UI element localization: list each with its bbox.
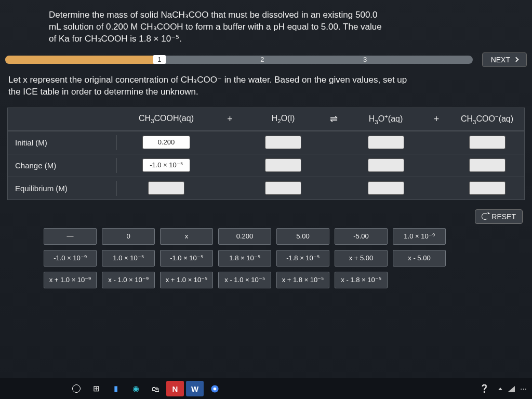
answer-tiles: — 0 x 0.200 5.00 -5.00 1.0 × 10⁻⁹ -1.0 ×… bbox=[2, 227, 530, 288]
slot-initial-base[interactable] bbox=[469, 136, 506, 149]
header-op-equil: ⇌ bbox=[322, 113, 345, 125]
reset-button-label: RESET bbox=[491, 212, 516, 221]
tile-xm1_8e5[interactable]: x - 1.8 × 10⁻⁵ bbox=[335, 272, 388, 288]
tile-0[interactable]: 0 bbox=[102, 228, 155, 245]
slot-change-h3o[interactable] bbox=[368, 158, 404, 172]
slot-eq-water[interactable] bbox=[265, 181, 301, 195]
tile-xp1e5[interactable]: x + 1.0 × 10⁻⁵ bbox=[160, 272, 213, 288]
tile-m1e5[interactable]: -1.0 × 10⁻⁵ bbox=[160, 250, 213, 267]
tile-xm1e9[interactable]: x - 1.0 × 10⁻⁹ bbox=[102, 272, 155, 288]
tray-caret-icon[interactable] bbox=[498, 388, 502, 390]
row-label-initial: Initial (M) bbox=[8, 135, 117, 150]
tile-xp1_8e5[interactable]: x + 1.8 × 10⁻⁵ bbox=[276, 272, 329, 288]
reset-button[interactable]: RESET bbox=[475, 209, 523, 224]
header-op-plus-2: + bbox=[426, 114, 447, 125]
tile-1e5[interactable]: 1.0 × 10⁻⁵ bbox=[102, 250, 155, 267]
step-1-label[interactable]: 1 bbox=[153, 55, 166, 64]
header-species-2: H2O(l) bbox=[244, 114, 322, 124]
windows-taskbar: ⊞ ▮ ◉ 🛍 N W ❔ ⋯ bbox=[0, 378, 532, 399]
ice-row-initial: Initial (M) 0.200 bbox=[8, 131, 524, 154]
svg-point-1 bbox=[213, 387, 216, 390]
tile-1_8e5[interactable]: 1.8 × 10⁻⁵ bbox=[218, 250, 271, 267]
reset-icon bbox=[482, 213, 488, 220]
row-label-change: Change (M) bbox=[8, 158, 117, 173]
ice-table: CH3COOH(aq) + H2O(l) ⇌ H3O+(aq) + CH3COO… bbox=[7, 108, 525, 200]
chrome-icon[interactable] bbox=[206, 381, 223, 396]
step-2-label[interactable]: 2 bbox=[260, 56, 264, 63]
tile-xm5[interactable]: x - 5.00 bbox=[393, 250, 446, 267]
tile-xm1e5[interactable]: x - 1.0 × 10⁻⁵ bbox=[218, 272, 271, 288]
header-species-3: H3O+(aq) bbox=[345, 113, 426, 125]
tile-dash[interactable]: — bbox=[44, 228, 97, 245]
progress-track: 1 2 3 bbox=[5, 56, 473, 64]
slot-eq-acid[interactable] bbox=[148, 181, 184, 195]
header-species-1: CH3COOH(aq) bbox=[117, 114, 216, 124]
tile-1e9[interactable]: 1.0 × 10⁻⁹ bbox=[393, 228, 446, 245]
tile-xp1e9[interactable]: x + 1.0 × 10⁻⁹ bbox=[44, 272, 97, 288]
tray-more-icon[interactable]: ⋯ bbox=[520, 385, 527, 393]
slot-initial-acid[interactable]: 0.200 bbox=[142, 136, 190, 149]
tile-0_200[interactable]: 0.200 bbox=[218, 228, 271, 245]
tile-m5_00[interactable]: -5.00 bbox=[335, 228, 388, 245]
slot-change-acid[interactable]: -1.0 × 10⁻⁵ bbox=[142, 158, 190, 172]
ice-row-change: Change (M) -1.0 × 10⁻⁵ bbox=[8, 154, 524, 177]
help-icon[interactable]: ❔ bbox=[475, 381, 493, 396]
question-text: Determine the mass of solid NaCH₃COO tha… bbox=[2, 9, 530, 52]
slot-initial-water[interactable] bbox=[265, 136, 301, 149]
slot-initial-h3o[interactable] bbox=[368, 136, 404, 149]
next-button-label: NEXT bbox=[491, 56, 510, 64]
ice-row-equilibrium: Equilibrium (M) bbox=[8, 177, 524, 200]
slot-change-base[interactable] bbox=[469, 158, 506, 172]
tile-m1_8e5[interactable]: -1.8 × 10⁻⁵ bbox=[276, 250, 329, 267]
tile-m1e9[interactable]: -1.0 × 10⁻⁹ bbox=[44, 250, 97, 267]
header-species-4: CH3COO−(aq) bbox=[447, 113, 527, 125]
wifi-icon[interactable] bbox=[508, 385, 515, 392]
slot-eq-base[interactable] bbox=[469, 181, 506, 195]
slot-change-water[interactable] bbox=[265, 158, 301, 172]
progress-fill bbox=[5, 56, 164, 64]
tile-x[interactable]: x bbox=[160, 228, 213, 245]
edge-icon[interactable]: ◉ bbox=[127, 381, 144, 396]
instruction-text: Let x represent the original concentrati… bbox=[2, 72, 530, 104]
chevron-right-icon bbox=[514, 57, 519, 62]
ice-table-header: CH3COOH(aq) + H2O(l) ⇌ H3O+(aq) + CH3COO… bbox=[8, 108, 524, 131]
store-icon[interactable]: 🛍 bbox=[147, 381, 164, 396]
slot-eq-h3o[interactable] bbox=[368, 181, 404, 195]
tile-5_00[interactable]: 5.00 bbox=[276, 228, 329, 245]
tile-xp5[interactable]: x + 5.00 bbox=[335, 250, 388, 267]
app-icon-1[interactable]: ▮ bbox=[107, 381, 125, 396]
word-icon[interactable]: W bbox=[186, 381, 204, 396]
row-label-equil: Equilibrium (M) bbox=[8, 181, 117, 196]
step-3-label[interactable]: 3 bbox=[363, 56, 367, 63]
next-button[interactable]: NEXT bbox=[482, 52, 527, 67]
start-icon[interactable] bbox=[68, 381, 85, 396]
step-progress: 1 2 3 NEXT bbox=[2, 52, 530, 72]
header-op-plus-1: + bbox=[216, 114, 244, 125]
task-view-icon[interactable]: ⊞ bbox=[87, 381, 105, 396]
app-icon-n[interactable]: N bbox=[166, 381, 184, 396]
